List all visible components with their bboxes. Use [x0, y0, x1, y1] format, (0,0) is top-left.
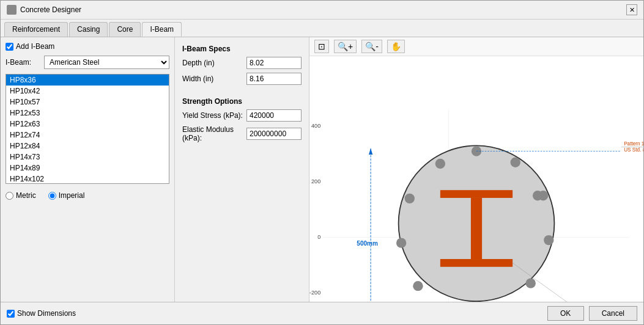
close-button[interactable]: ✕ [626, 4, 637, 15]
cancel-button[interactable]: Cancel [589, 306, 637, 321]
ibeam-specs: I-Beam Specs Depth (in) Width (in) [182, 45, 302, 89]
canvas-svg: -400 -200 0 200 400 600 400 200 0 -200 -… [309, 56, 643, 302]
tab-casing[interactable]: Casing [69, 22, 108, 37]
imperial-label: Imperial [59, 191, 85, 200]
list-item[interactable]: HP12x63 [6, 119, 169, 130]
rebar-dot [533, 191, 542, 200]
ibeam-dropdown[interactable]: American Steel [44, 56, 169, 69]
list-item[interactable]: HP14x102 [6, 173, 169, 184]
dimension-label: 500mm [357, 240, 378, 247]
rebar-dot [544, 235, 553, 245]
main-content: Add I-Beam I-Beam: American Steel HP8x36… [1, 37, 643, 302]
imperial-radio-label[interactable]: Imperial [48, 191, 85, 200]
metric-label: Metric [16, 191, 36, 200]
list-item[interactable]: HP8x36 [6, 75, 169, 86]
bottom-bar: Show Dimensions OK Cancel [1, 302, 643, 324]
specs-title: I-Beam Specs [182, 45, 302, 53]
list-item[interactable]: HP14x73 [6, 152, 169, 162]
specs-panel: I-Beam Specs Depth (in) Width (in) Stren… [175, 37, 309, 302]
dialog: Concrete Designer ✕ Reinforcement Casing… [0, 0, 644, 325]
imperial-radio[interactable] [48, 192, 56, 200]
metric-radio[interactable] [6, 192, 13, 200]
y-label-200: 200 [311, 178, 320, 184]
rebar-dot [435, 159, 445, 169]
pattern-label-line1: Pattern 1 [624, 141, 643, 147]
beam-list[interactable]: HP8x36 HP10x42 HP10x57 HP12x53 HP12x63 H… [6, 74, 169, 184]
list-item[interactable]: HP12x84 [6, 141, 169, 152]
elastic-label: Elastic Modulus (kPa): [182, 125, 246, 142]
tab-bar: Reinforcement Casing Core I-Beam [1, 20, 643, 37]
beam-list-container: HP8x36 HP10x42 HP10x57 HP12x53 HP12x63 H… [6, 74, 169, 184]
yield-label: Yield Stress (kPa): [182, 111, 246, 120]
add-ibeam-row: Add I-Beam [6, 42, 169, 51]
ibeam-bottom-flange [440, 259, 513, 267]
dialog-title: Concrete Designer [20, 5, 81, 14]
ibeam-top-flange [440, 190, 513, 198]
depth-label: Depth (in) [182, 59, 246, 67]
add-ibeam-checkbox[interactable] [6, 43, 13, 51]
rebar-dot [396, 238, 406, 247]
y-label-400: 400 [311, 123, 320, 129]
title-bar: Concrete Designer ✕ [1, 1, 643, 20]
right-panel: ⊡ 🔍+ 🔍- ✋ -400 -200 0 200 [309, 37, 643, 302]
yield-input[interactable] [246, 109, 302, 122]
strength-section: Strength Options Yield Stress (kPa): Ela… [182, 97, 302, 146]
y-label-n200: -200 [309, 290, 320, 296]
list-item[interactable]: HP10x57 [6, 97, 169, 108]
elastic-row: Elastic Modulus (kPa): [182, 125, 302, 142]
app-icon [7, 5, 17, 15]
left-panel: Add I-Beam I-Beam: American Steel HP8x36… [1, 37, 175, 302]
rebar-dot [405, 194, 415, 203]
tab-reinforcement[interactable]: Reinforcement [4, 22, 68, 37]
strength-title: Strength Options [182, 97, 302, 106]
arrow-top [369, 148, 372, 155]
list-item[interactable]: HP12x74 [6, 130, 169, 141]
depth-row: Depth (in) [182, 57, 302, 69]
ibeam-field-label: I-Beam: [6, 58, 39, 67]
show-dimensions-label[interactable]: Show Dimensions [17, 309, 76, 318]
list-item[interactable]: HP10x42 [6, 86, 169, 97]
ok-button[interactable]: OK [547, 306, 584, 321]
canvas-toolbar: ⊡ 🔍+ 🔍- ✋ [309, 37, 643, 56]
metric-radio-label[interactable]: Metric [6, 191, 36, 200]
elastic-input[interactable] [246, 128, 302, 140]
rebar-dot [511, 158, 520, 167]
zoom-fit-button[interactable]: ⊡ [314, 40, 329, 53]
cursor-button[interactable]: ✋ [387, 40, 405, 53]
ibeam-selector-row: I-Beam: American Steel [6, 56, 169, 69]
tab-ibeam[interactable]: I-Beam [142, 22, 182, 37]
show-dimensions-checkbox[interactable] [7, 310, 15, 318]
depth-input[interactable] [246, 57, 302, 69]
add-ibeam-label: Add I-Beam [16, 42, 54, 51]
y-label-0: 0 [317, 234, 320, 240]
pattern-label-line2: US Std. #10 [624, 147, 643, 153]
zoom-in-button[interactable]: 🔍+ [334, 40, 357, 53]
bottom-buttons: OK Cancel [547, 306, 637, 321]
show-dimensions-row: Show Dimensions [7, 309, 76, 318]
rebar-dot [413, 281, 423, 291]
zoom-out-button[interactable]: 🔍- [361, 40, 382, 53]
units-row: Metric Imperial [6, 191, 169, 200]
add-ibeam-checkbox-label[interactable]: Add I-Beam [6, 42, 54, 51]
rebar-dot [526, 278, 536, 288]
width-input[interactable] [246, 73, 302, 85]
width-row: Width (in) [182, 73, 302, 85]
list-item[interactable]: HP12x53 [6, 108, 169, 119]
canvas-area: -400 -200 0 200 400 600 400 200 0 -200 -… [309, 56, 643, 302]
yield-row: Yield Stress (kPa): [182, 109, 302, 122]
width-label: Width (in) [182, 75, 246, 83]
ibeam-web [471, 198, 482, 259]
tab-core[interactable]: Core [109, 22, 141, 37]
list-item[interactable]: HP14x89 [6, 162, 169, 173]
